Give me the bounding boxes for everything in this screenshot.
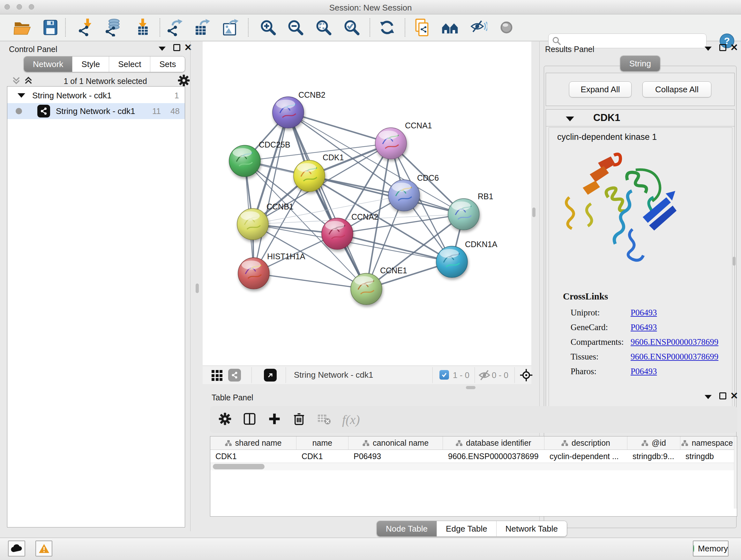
fit-selected-crosshair-button[interactable] (519, 368, 533, 383)
panel-float-button[interactable] (719, 392, 726, 399)
table-cell[interactable]: CDK1 (210, 450, 296, 462)
birds-eye-view-button[interactable] (212, 370, 222, 381)
network-edge-HIST1H1A-CCNE1[interactable] (254, 273, 366, 289)
function-builder-button[interactable]: f(x) (342, 412, 360, 427)
collection-expand-caret[interactable] (17, 93, 25, 98)
panel-float-button[interactable] (719, 44, 726, 51)
tab-network[interactable]: Network (24, 57, 72, 72)
protein-collapse-caret[interactable] (566, 117, 574, 121)
zoom-out-button[interactable] (286, 17, 306, 37)
show-all-button[interactable] (496, 17, 516, 37)
network-node-CCNA1[interactable]: CCNA1 (375, 121, 432, 159)
zoom-fit-button[interactable] (314, 17, 333, 37)
column-header-database-identifier[interactable]: database identifier (443, 436, 544, 449)
panel-menu-button[interactable] (158, 47, 165, 51)
hide-selected-button[interactable] (468, 17, 488, 37)
tab-select[interactable]: Select (109, 57, 150, 72)
network-node-CDC25B[interactable]: CDC25B (229, 140, 290, 177)
network-edge-CDK1-RB1[interactable] (309, 176, 464, 214)
panel-menu-button[interactable] (704, 395, 712, 399)
save-session-button[interactable] (41, 17, 60, 37)
tab-string[interactable]: String (620, 56, 660, 71)
collapse-all-networks-button[interactable] (11, 75, 22, 87)
panel-float-button[interactable] (173, 44, 180, 51)
node-label-CDC25B: CDC25B (259, 140, 290, 149)
tab-sets[interactable]: Sets (150, 57, 185, 72)
network-edge-CCNB2-CCNE1[interactable] (288, 112, 366, 289)
table-row[interactable]: CDK1CDK1P064939606.ENSP00000378699cyclin… (210, 450, 737, 462)
network-node-RB1[interactable]: RB1 (448, 192, 493, 230)
crosslink-link[interactable]: 9606.ENSP00000378699 (630, 352, 718, 362)
import-network-from-database-button[interactable] (104, 17, 123, 37)
table-cell[interactable]: P06493 (348, 450, 443, 462)
crosslink-link[interactable]: P06493 (630, 367, 657, 376)
export-image-button[interactable] (221, 17, 241, 37)
delete-table-button[interactable] (317, 412, 331, 428)
export-network-button[interactable] (165, 17, 185, 37)
memory-status-button[interactable]: Memory (693, 541, 729, 557)
panel-close-button[interactable]: ✕ (730, 392, 738, 399)
network-node-HIST1H1A[interactable]: HIST1H1A (238, 252, 306, 289)
network-visibility-dot[interactable] (16, 108, 22, 114)
panel-close-button[interactable]: ✕ (730, 44, 738, 51)
collapse-all-button[interactable]: Collapse All (643, 81, 711, 98)
table-horizontal-scrollbar[interactable] (210, 462, 734, 470)
expand-all-networks-button[interactable] (23, 75, 34, 87)
left-splitter-handle[interactable] (196, 284, 199, 293)
new-network-from-selection-button[interactable] (412, 17, 432, 37)
column-header-name[interactable]: name (296, 436, 348, 449)
table-cell[interactable]: cyclin-dependent ... (544, 450, 627, 462)
column-header-namespace[interactable]: namespace (680, 436, 734, 449)
network-node-CCNB1[interactable]: CCNB1 (237, 202, 293, 240)
network-node-CDKN1A[interactable]: CDKN1A (436, 240, 497, 277)
table-cell[interactable]: CDK1 (296, 450, 348, 462)
delete-column-button[interactable] (292, 412, 306, 427)
cloud-status-button[interactable] (8, 541, 25, 557)
export-table-button[interactable] (193, 17, 212, 37)
tab-edge-table[interactable]: Edge Table (437, 521, 496, 537)
tab-style[interactable]: Style (72, 57, 109, 72)
network-row-selected[interactable]: String Network - cdk1 11 48 (7, 103, 185, 119)
column-header-canonical-name[interactable]: canonical name (348, 436, 443, 449)
tab-node-table[interactable]: Node Table (377, 521, 437, 537)
create-column-button[interactable] (267, 412, 281, 427)
column-header--id[interactable]: @id (627, 436, 680, 449)
results-scrollbar-thumb[interactable] (733, 257, 736, 266)
export-view-button[interactable] (264, 369, 277, 381)
open-session-button[interactable] (12, 17, 32, 37)
table-vertical-scrollbar[interactable] (734, 436, 737, 509)
column-header-description[interactable]: description (544, 436, 627, 449)
tab-network-table[interactable]: Network Table (496, 521, 567, 537)
expand-all-button[interactable]: Expand All (569, 81, 631, 98)
warning-status-button[interactable] (36, 541, 52, 557)
network-edge-CCNB2-CCNA1[interactable] (288, 112, 391, 143)
crosslink-link[interactable]: 9606.ENSP00000378699 (630, 337, 718, 347)
right-splitter-handle[interactable] (532, 207, 536, 217)
crosslink-link[interactable]: P06493 (630, 322, 657, 332)
import-table-button[interactable] (132, 17, 152, 37)
network-edge-CCNB2-HIST1H1A[interactable] (254, 112, 288, 273)
network-node-CDC6[interactable]: CDC6 (388, 173, 439, 211)
network-collection-row[interactable]: String Network - cdk1 1 (7, 86, 185, 103)
control-panel-divider[interactable] (190, 42, 191, 531)
horizontal-splitter-handle[interactable] (466, 386, 475, 389)
first-neighbors-button[interactable] (441, 17, 460, 37)
show-columns-button[interactable] (243, 412, 257, 427)
refresh-view-button[interactable] (377, 17, 397, 37)
network-node-CCNB2[interactable]: CCNB2 (273, 90, 326, 128)
network-canvas[interactable]: CCNB2CCNA1CDC25BCDK1CDC6RB1CCNB1CCNA2CDK… (203, 42, 531, 366)
scrollbar-thumb[interactable] (213, 464, 265, 469)
column-header-shared-name[interactable]: shared name (210, 436, 296, 449)
panel-menu-button[interactable] (704, 47, 712, 51)
import-network-button[interactable] (77, 17, 96, 37)
table-settings-gear-button[interactable] (218, 412, 232, 427)
zoom-selected-button[interactable] (342, 17, 361, 37)
network-node-CDK1[interactable]: CDK1 (293, 153, 344, 192)
table-cell[interactable]: 9606.ENSP00000378699 (443, 450, 544, 462)
zoom-in-button[interactable] (258, 17, 278, 37)
table-cell[interactable]: stringdb:9... (627, 450, 680, 462)
table-cell[interactable]: stringdb (680, 450, 734, 462)
crosslink-link[interactable]: P06493 (630, 308, 657, 318)
panel-close-button[interactable]: ✕ (184, 44, 192, 51)
selected-checkbox-icon[interactable] (440, 370, 449, 380)
